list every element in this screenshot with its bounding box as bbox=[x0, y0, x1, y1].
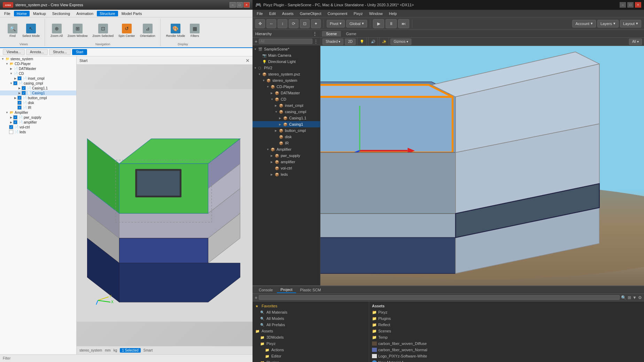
play-button[interactable]: ▶ bbox=[373, 19, 384, 28]
asset-search-input[interactable] bbox=[259, 295, 620, 300]
menu-home[interactable]: Home bbox=[14, 11, 30, 16]
find-button[interactable]: 🔍 Find bbox=[6, 22, 20, 39]
check-disk[interactable]: ✓ bbox=[17, 101, 22, 105]
toggle-cd-player-h[interactable]: ▼ bbox=[266, 85, 271, 88]
asset-item-normal[interactable]: carbon_fiber_woven_Normal bbox=[369, 347, 644, 353]
asset-item-plugins-folder[interactable]: 📁 Plugins bbox=[369, 315, 644, 322]
asset-filter-icon[interactable]: ▼ bbox=[633, 295, 637, 300]
menu-sectioning[interactable]: Sectioning bbox=[49, 11, 73, 16]
orientation-button[interactable]: ⊿ Orientation bbox=[138, 22, 157, 39]
scene-light-toggle[interactable]: 💡 bbox=[357, 37, 367, 46]
filters-button[interactable]: ▦ Filters bbox=[188, 22, 202, 39]
proj-item-3dmodels[interactable]: 📁 3DModels bbox=[253, 334, 369, 340]
bottom-tab-console[interactable]: Console bbox=[255, 287, 276, 293]
h-item-piv2[interactable]: ▼ ⬡ PIV2 bbox=[253, 65, 320, 71]
tool-rotate[interactable]: ↕ bbox=[278, 19, 287, 28]
shaded-dropdown[interactable]: Shaded ▾ bbox=[323, 39, 343, 45]
add-hierarchy-button[interactable]: + bbox=[255, 39, 257, 44]
tool-scale[interactable]: ⟳ bbox=[289, 19, 298, 28]
scene-fx-toggle[interactable]: ✨ bbox=[379, 37, 389, 46]
tree-item-amplifier[interactable]: ▼ 📂 Amplifier bbox=[0, 110, 76, 115]
h-item-main-camera[interactable]: 📷 Main Camera bbox=[253, 52, 320, 58]
unity-menu-gameobject[interactable]: GameObject bbox=[297, 11, 324, 16]
h-item-ir-h[interactable]: 📦 IR bbox=[253, 140, 320, 146]
proj-item-editor[interactable]: 📁 Editor bbox=[253, 353, 369, 359]
asset-item-diffuse[interactable]: carbon_fiber_woven_Diffuse bbox=[369, 340, 644, 347]
h-item-disk-h[interactable]: 📦 disk bbox=[253, 134, 320, 140]
toggle-casing11[interactable]: ▶ bbox=[17, 86, 22, 90]
toggle-stereo-pvz[interactable]: ▼ bbox=[258, 73, 262, 76]
check-vol-ctrl[interactable]: ✓ bbox=[9, 125, 13, 129]
proj-item-favorites[interactable]: ★ Favorites bbox=[253, 303, 369, 309]
h-item-stereo-pvz[interactable]: ▼ 📦 stereo_system.pvz bbox=[253, 71, 320, 77]
sub-tab-structu[interactable]: Structu... bbox=[49, 49, 71, 55]
h-item-casing1-h[interactable]: ▶ 📦 Casing1 bbox=[253, 121, 320, 127]
tree-item-stereo-system[interactable]: ▼ 📁 stereo_system bbox=[0, 56, 76, 61]
pivot-dropdown[interactable]: Pivot ▾ bbox=[327, 20, 345, 27]
toggle-pwr-h[interactable]: ▶ bbox=[271, 154, 275, 157]
tree-item-casing11[interactable]: ▶ ✓ 📄 Casing1.1 bbox=[0, 86, 76, 90]
zoom-selected-button[interactable]: ⊡ Zoom Selected bbox=[91, 22, 116, 39]
viewport-close-button[interactable]: ✕ bbox=[246, 58, 250, 63]
h-item-cd-h[interactable]: ▼ 📦 CD bbox=[253, 96, 320, 102]
scene-audio-toggle[interactable]: 🔊 bbox=[368, 37, 378, 46]
proj-item-all-models[interactable]: 🔍 All Models bbox=[253, 315, 369, 322]
menu-markup[interactable]: Markup bbox=[30, 11, 49, 16]
check-inset-cmpl[interactable]: ✓ bbox=[17, 76, 22, 80]
toggle-sample-scene[interactable]: ▼ bbox=[254, 48, 258, 51]
proj-item-actions[interactable]: 📁 Actions bbox=[253, 347, 369, 353]
scene-tab-scene[interactable]: Scene bbox=[322, 31, 341, 37]
close-button[interactable]: ✕ bbox=[243, 2, 250, 8]
menu-animation[interactable]: Animation bbox=[73, 11, 96, 16]
toggle-piv2[interactable]: ▼ bbox=[254, 66, 258, 70]
tool-move[interactable]: ↔ bbox=[266, 19, 276, 28]
check-amplifier-sub[interactable]: ✓ bbox=[13, 120, 17, 124]
h-item-vol-ctrl-h[interactable]: 📦 vol-ctrl bbox=[253, 165, 320, 171]
sub-tab-viewba[interactable]: Viewba... bbox=[3, 49, 25, 55]
tool-hand[interactable]: ✥ bbox=[255, 19, 265, 28]
toggle-stereo-system[interactable]: ▼ bbox=[1, 57, 5, 61]
pause-button[interactable]: ⏸ bbox=[386, 19, 397, 28]
sub-tab-annota[interactable]: Annota... bbox=[26, 49, 48, 55]
unity-3d-viewport[interactable]: Z Y bbox=[320, 46, 644, 285]
h-item-casing11-h[interactable]: ▶ 📦 Casing1.1 bbox=[253, 115, 320, 121]
toggle-datmaster[interactable]: ▶ bbox=[9, 66, 13, 71]
toggle-cd[interactable]: ▼ bbox=[9, 71, 13, 76]
tree-item-datmaster[interactable]: ▶ 📄 DATMaster bbox=[0, 66, 76, 71]
proj-item-pixyz[interactable]: 📁 Pixyz bbox=[253, 340, 369, 347]
check-button-cmpl[interactable]: ✓ bbox=[17, 96, 22, 100]
toggle-cd-h[interactable]: ▼ bbox=[271, 98, 275, 101]
tree-item-disk[interactable]: ✓ 📄 disk bbox=[0, 100, 76, 105]
view-2d-dropdown[interactable]: 2D bbox=[345, 39, 356, 45]
toggle-button-cmpl[interactable]: ▶ bbox=[13, 96, 17, 100]
scene-tab-game[interactable]: Game bbox=[342, 31, 360, 37]
toggle-stereo-sys[interactable]: ▼ bbox=[262, 79, 266, 82]
tree-item-casing-cmpl[interactable]: ▼ ✓ 📄 casing_cmpl bbox=[0, 81, 76, 86]
toggle-amp-sub-h[interactable]: ▶ bbox=[271, 160, 275, 164]
spin-center-button[interactable]: ↺ Spin Center bbox=[116, 22, 137, 39]
tool-transform[interactable]: ✦ bbox=[311, 19, 321, 28]
creo-window-controls[interactable]: – □ ✕ bbox=[230, 2, 250, 8]
global-dropdown[interactable]: Global ▾ bbox=[346, 20, 367, 27]
asset-item-reflect-folder[interactable]: 📁 Reflect bbox=[369, 322, 644, 328]
menu-structure[interactable]: Structure bbox=[97, 11, 118, 16]
h-item-button-cmpl-h[interactable]: ▶ 📦 button_cmpl bbox=[253, 127, 320, 134]
toggle-inset-h[interactable]: ▶ bbox=[275, 104, 279, 107]
menu-model-parts[interactable]: Model Parts bbox=[119, 11, 145, 16]
unity-menu-help[interactable]: Help bbox=[386, 11, 400, 16]
toggle-amplifier-h[interactable]: ▼ bbox=[266, 148, 271, 151]
bottom-tab-plastic[interactable]: Plastic SCM bbox=[297, 287, 325, 293]
zoom-all-button[interactable]: ⊕ Zoom All bbox=[48, 22, 65, 39]
unity-menu-assets[interactable]: Assets bbox=[279, 11, 296, 16]
proj-item-assets[interactable]: 📁 Assets bbox=[253, 328, 369, 334]
toggle-pwr-supply[interactable]: ▶ bbox=[9, 115, 13, 119]
asset-item-logo[interactable]: Logo_PIXYz-Software-White bbox=[369, 353, 644, 359]
unity-menu-pixyz[interactable]: Pixyz bbox=[351, 11, 365, 16]
render-mode-button[interactable]: 🎨 Render Mode bbox=[164, 22, 187, 39]
check-casing-cmpl[interactable]: ✓ bbox=[13, 81, 17, 85]
maximize-button[interactable]: □ bbox=[236, 2, 243, 8]
toggle-amplifier[interactable]: ▼ bbox=[5, 110, 9, 115]
toggle-datmaster-h[interactable]: ▶ bbox=[271, 92, 275, 95]
check-pwr-supply[interactable]: ✓ bbox=[13, 115, 17, 119]
toggle-casing1[interactable]: ▶ bbox=[17, 91, 22, 95]
